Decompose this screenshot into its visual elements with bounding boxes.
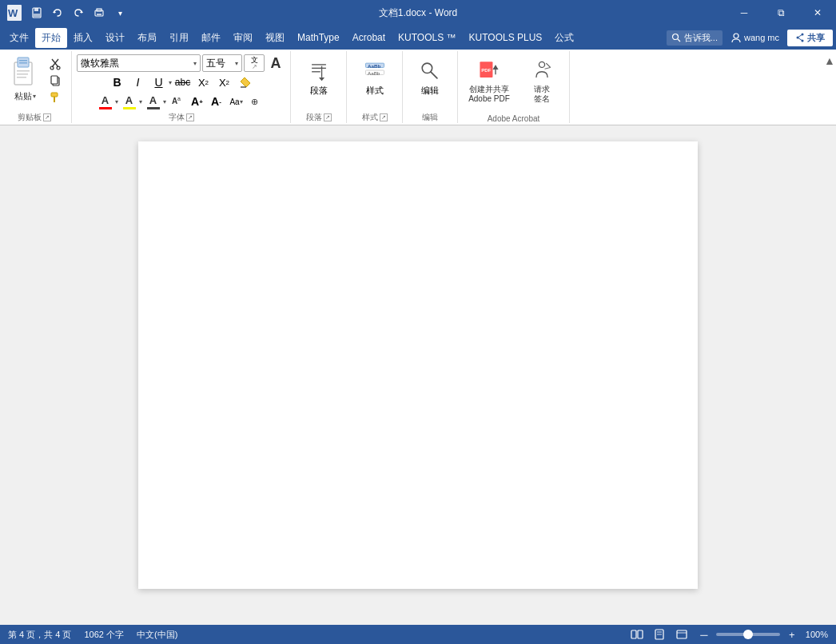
font-color-button[interactable]: A bbox=[96, 93, 115, 110]
big-font-A-btn[interactable]: A bbox=[266, 54, 285, 72]
superscript-button[interactable]: X2 bbox=[215, 74, 234, 91]
menu-acrobat[interactable]: Acrobat bbox=[346, 29, 392, 46]
svg-line-56 bbox=[545, 67, 551, 69]
styles-expand-icon[interactable]: ↗ bbox=[380, 113, 388, 121]
edit-group: 编辑 编辑 bbox=[403, 51, 458, 123]
ribbon-collapse-button[interactable]: ▲ bbox=[823, 51, 836, 123]
wubi-input-btn[interactable]: 文 ↗ bbox=[244, 54, 265, 72]
underline-dropdown[interactable]: ▾ bbox=[169, 79, 172, 86]
edit-group-label: 编辑 bbox=[408, 110, 452, 123]
minimize-btn[interactable]: ─ bbox=[726, 0, 762, 26]
zoom-slider-track[interactable] bbox=[716, 633, 780, 636]
request-signature-button[interactable]: 请求 签名 bbox=[520, 54, 564, 107]
menu-view[interactable]: 视图 bbox=[259, 28, 291, 48]
menu-home[interactable]: 开始 bbox=[35, 28, 67, 48]
char-spacing-button[interactable]: ⊕ bbox=[248, 93, 267, 110]
font-expand-icon[interactable]: ↗ bbox=[186, 113, 194, 121]
print-layout-icon bbox=[654, 629, 665, 640]
svg-marker-53 bbox=[492, 65, 498, 70]
title-bar-left: W bbox=[3, 2, 129, 24]
svg-line-17 bbox=[798, 38, 802, 41]
paragraph-button[interactable]: 段落 bbox=[297, 54, 341, 100]
svg-text:AaBb: AaBb bbox=[368, 63, 380, 69]
svg-rect-22 bbox=[19, 62, 27, 64]
text-shading-dropdown[interactable]: ▾ bbox=[163, 98, 166, 105]
clipboard-expand-icon[interactable]: ↗ bbox=[43, 113, 51, 121]
cut-button[interactable] bbox=[46, 56, 64, 72]
menu-references[interactable]: 引用 bbox=[163, 28, 195, 48]
svg-text:AaBb: AaBb bbox=[368, 70, 380, 76]
svg-rect-24 bbox=[17, 74, 28, 75]
phonetic-guide-button[interactable]: A a bbox=[168, 93, 187, 110]
svg-text:a: a bbox=[177, 96, 181, 101]
redo-quick-btn[interactable] bbox=[69, 3, 88, 22]
menu-design[interactable]: 设计 bbox=[99, 28, 131, 48]
menu-kutools[interactable]: KUTOOLS ™ bbox=[392, 29, 462, 46]
menu-layout[interactable]: 布局 bbox=[131, 28, 163, 48]
menu-formula[interactable]: 公式 bbox=[548, 28, 580, 48]
svg-rect-57 bbox=[631, 630, 636, 638]
text-shading-button[interactable]: A bbox=[144, 93, 163, 110]
customize-quick-btn[interactable]: ▾ bbox=[110, 3, 129, 22]
menu-insert[interactable]: 插入 bbox=[67, 28, 99, 48]
menu-kutools-plus[interactable]: KUTOOLS PLUS bbox=[463, 29, 549, 46]
search-placeholder: 告诉我... bbox=[684, 32, 718, 44]
clear-format-button[interactable] bbox=[236, 74, 255, 91]
styles-label: 样式 bbox=[366, 85, 384, 97]
font-name-selector[interactable]: 微软雅黑 ▾ bbox=[77, 54, 201, 72]
menu-bar-right: 告诉我... wang mc 共享 bbox=[667, 30, 833, 46]
decrease-font-button[interactable]: A- bbox=[208, 93, 225, 110]
close-btn[interactable]: ✕ bbox=[799, 0, 836, 26]
paragraph-expand-icon[interactable]: ↗ bbox=[324, 113, 332, 121]
format-painter-button[interactable] bbox=[46, 89, 64, 105]
change-case-button[interactable]: Aa ▾ bbox=[227, 93, 246, 110]
svg-rect-9 bbox=[97, 14, 102, 15]
italic-button[interactable]: I bbox=[129, 74, 148, 91]
paste-button[interactable]: 粘贴 ▾ bbox=[5, 53, 45, 104]
highlight-button[interactable]: A bbox=[120, 93, 139, 110]
create-pdf-label: 创建并共享 Adobe PDF bbox=[468, 85, 510, 104]
svg-rect-21 bbox=[19, 60, 27, 62]
menu-mathtype[interactable]: MathType bbox=[291, 29, 346, 46]
zoom-in-btn[interactable]: + bbox=[783, 627, 801, 642]
create-share-pdf-button[interactable]: PDF 创建并共享 Adobe PDF bbox=[464, 54, 516, 107]
web-layout-btn[interactable] bbox=[673, 627, 691, 642]
zoom-out-btn[interactable]: ─ bbox=[695, 627, 713, 642]
styles-button[interactable]: AaBb AaBb 样式 bbox=[352, 54, 397, 100]
svg-point-29 bbox=[57, 66, 60, 70]
title-bar-right: ─ ⧉ ✕ bbox=[726, 0, 836, 26]
underline-button[interactable]: U bbox=[149, 74, 169, 91]
font-size-dropdown: ▾ bbox=[235, 60, 238, 67]
print-preview-quick-btn[interactable] bbox=[90, 3, 109, 22]
undo-quick-btn[interactable] bbox=[48, 3, 67, 22]
paste-dropdown-arrow: ▾ bbox=[33, 93, 36, 100]
read-view-btn[interactable] bbox=[628, 627, 646, 642]
menu-review[interactable]: 审阅 bbox=[227, 28, 259, 48]
subscript-button[interactable]: X2 bbox=[194, 74, 213, 91]
menu-mail[interactable]: 邮件 bbox=[195, 28, 227, 48]
edit-button[interactable]: 编辑 bbox=[408, 54, 452, 100]
status-left: 第 4 页，共 4 页 1062 个字 中文(中国) bbox=[8, 629, 177, 641]
highlight-dropdown[interactable]: ▾ bbox=[139, 98, 142, 105]
share-button[interactable]: 共享 bbox=[787, 30, 833, 46]
strikethrough-button[interactable]: abc bbox=[173, 74, 193, 91]
font-size-selector[interactable]: 五号 ▾ bbox=[202, 54, 242, 72]
print-layout-btn[interactable] bbox=[651, 627, 668, 642]
signature-label: 请求 签名 bbox=[534, 85, 550, 104]
phonetic-icon: A a bbox=[170, 94, 185, 109]
save-quick-btn[interactable] bbox=[27, 3, 46, 22]
zoom-slider-thumb[interactable] bbox=[743, 630, 753, 639]
menu-file[interactable]: 文件 bbox=[3, 28, 35, 48]
bold-button[interactable]: B bbox=[108, 74, 127, 91]
copy-button[interactable] bbox=[46, 73, 64, 89]
svg-line-55 bbox=[546, 63, 550, 67]
increase-font-button[interactable]: A+ bbox=[189, 93, 206, 110]
document-page[interactable] bbox=[138, 141, 698, 589]
user-area[interactable]: wang mc bbox=[726, 30, 784, 45]
styles-icon: AaBb AaBb bbox=[362, 58, 388, 83]
restore-btn[interactable]: ⧉ bbox=[762, 0, 799, 26]
search-box[interactable]: 告诉我... bbox=[667, 30, 723, 46]
text-shading-group: A ▾ bbox=[144, 93, 166, 110]
svg-text:W: W bbox=[8, 7, 18, 19]
font-color-dropdown[interactable]: ▾ bbox=[115, 98, 118, 105]
